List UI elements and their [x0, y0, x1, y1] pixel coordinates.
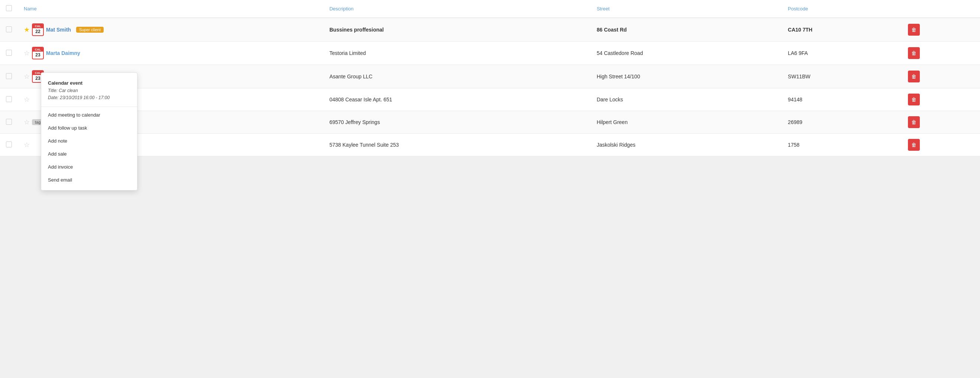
popup-event-date-detail: Date: 23/10/2019 16:00 - 17:00 [48, 94, 130, 102]
postcode-cell: CA10 7TH [782, 18, 902, 41]
table-header-row: Name Description Street Postcode [0, 0, 980, 18]
popup-title-value: Car clean [59, 88, 78, 93]
postcode-text: 94148 [788, 97, 802, 102]
contacts-table-container: Name Description Street Postcode ★ CAL 2… [0, 0, 980, 156]
table-row: ☆tag2tag369570 Jeffrey SpringsHilpert Gr… [0, 111, 980, 134]
actions-cell: 🗑 [902, 65, 980, 88]
postcode-text: CA10 7TH [788, 27, 813, 33]
actions-cell: 🗑 [902, 18, 980, 41]
street-text: High Street 14/100 [597, 73, 640, 79]
row-checkbox[interactable] [6, 141, 12, 148]
table-row: ☆04808 Ceasar Isle Apt. 651Dare Locks941… [0, 88, 980, 111]
row-checkbox[interactable] [6, 96, 12, 102]
description-cell: Testoria Limited [324, 41, 591, 65]
star-icon[interactable]: ☆ [24, 49, 30, 57]
postcode-cell: 94148 [782, 88, 902, 111]
postcode-cell: 26989 [782, 111, 902, 134]
contacts-table: Name Description Street Postcode ★ CAL 2… [0, 0, 980, 156]
calendar-event-popup: Calendar event Title: Car clean Date: 23… [41, 72, 137, 156]
star-icon[interactable]: ☆ [24, 95, 30, 103]
street-cell: 54 Castledore Road [591, 41, 782, 65]
actions-cell: 🗑 [902, 134, 980, 156]
postcode-text: 1758 [788, 142, 799, 148]
popup-menu-item[interactable]: Add follow up task [41, 121, 137, 134]
popup-event-title-detail: Title: Car clean [48, 87, 130, 94]
delete-button[interactable]: 🗑 [908, 139, 920, 151]
row-checkbox[interactable] [6, 119, 12, 125]
calendar-icon[interactable]: CAL 23 [32, 47, 44, 59]
star-icon[interactable]: ☆ [24, 72, 30, 81]
description-text: 04808 Ceasar Isle Apt. 651 [329, 97, 392, 102]
postcode-cell: LA6 9FA [782, 41, 902, 65]
description-cell: 04808 Ceasar Isle Apt. 651 [324, 88, 591, 111]
popup-event-section: Calendar event Title: Car clean Date: 23… [41, 76, 137, 107]
description-cell: 5738 Kaylee Tunnel Suite 253 [324, 134, 591, 156]
postcode-text: LA6 9FA [788, 50, 808, 56]
table-row: ☆ CAL 23 Martin KowalskyVIPAsante Group … [0, 65, 980, 88]
postcode-text: SW11BW [788, 73, 811, 79]
popup-menu-item[interactable]: Add note [41, 134, 137, 148]
table-row: ☆ CAL 23 Marta DaimnyTestoria Limited54 … [0, 41, 980, 65]
table-row: ★ CAL 22 Mat SmithSuper clientBussines p… [0, 18, 980, 41]
popup-menu-item[interactable]: Add sale [41, 148, 137, 156]
header-street: Street [591, 0, 782, 18]
street-text: Dare Locks [597, 97, 623, 102]
popup-menu: Add meeting to calendarAdd follow up tas… [41, 108, 137, 156]
street-cell: Hilpert Green [591, 111, 782, 134]
popup-date-label: Date: [48, 95, 59, 100]
table-row: ☆5738 Kaylee Tunnel Suite 253Jaskolski R… [0, 134, 980, 156]
star-icon[interactable]: ☆ [24, 141, 30, 149]
street-text: 86 Coast Rd [597, 27, 627, 33]
description-text: Bussines proffesional [329, 27, 384, 33]
header-actions [902, 0, 980, 18]
star-icon[interactable]: ☆ [24, 118, 30, 126]
row-checkbox[interactable] [6, 26, 12, 32]
popup-date-value: 23/10/2019 16:00 - 17:00 [60, 95, 110, 100]
select-all-checkbox[interactable] [6, 5, 12, 11]
description-text: 69570 Jeffrey Springs [329, 119, 380, 125]
description-cell: Asante Group LLC [324, 65, 591, 88]
delete-button[interactable]: 🗑 [908, 71, 920, 83]
description-text: 5738 Kaylee Tunnel Suite 253 [329, 142, 399, 148]
calendar-icon[interactable]: CAL 22 [32, 24, 44, 36]
name-cell: ☆ CAL 23 Marta Daimny [18, 41, 324, 65]
postcode-text: 26989 [788, 119, 802, 125]
delete-button[interactable]: 🗑 [908, 24, 920, 36]
street-text: Jaskolski Ridges [597, 142, 635, 148]
client-name-link[interactable]: Mat Smith [46, 27, 71, 33]
street-text: Hilpert Green [597, 119, 627, 125]
delete-button[interactable]: 🗑 [908, 94, 920, 105]
row-checkbox[interactable] [6, 50, 12, 56]
row-checkbox[interactable] [6, 73, 12, 79]
street-cell: Jaskolski Ridges [591, 134, 782, 156]
delete-button[interactable]: 🗑 [908, 116, 920, 128]
actions-cell: 🗑 [902, 111, 980, 134]
postcode-cell: 1758 [782, 134, 902, 156]
popup-title-label: Title: [48, 88, 57, 93]
popup-menu-item[interactable]: Add meeting to calendar [41, 108, 137, 121]
description-cell: Bussines proffesional [324, 18, 591, 41]
name-cell: ★ CAL 22 Mat SmithSuper client [18, 18, 324, 41]
postcode-cell: SW11BW [782, 65, 902, 88]
header-postcode: Postcode [782, 0, 902, 18]
delete-button[interactable]: 🗑 [908, 47, 920, 59]
description-text: Testoria Limited [329, 50, 366, 56]
popup-event-title: Calendar event [48, 80, 130, 86]
star-icon[interactable]: ★ [24, 25, 30, 34]
street-cell: High Street 14/100 [591, 65, 782, 88]
header-checkbox-col [0, 0, 18, 18]
client-badge: Super client [76, 27, 103, 33]
street-cell: 86 Coast Rd [591, 18, 782, 41]
description-cell: 69570 Jeffrey Springs [324, 111, 591, 134]
street-text: 54 Castledore Road [597, 50, 643, 56]
client-name-link[interactable]: Marta Daimny [46, 50, 80, 56]
header-description: Description [324, 0, 591, 18]
actions-cell: 🗑 [902, 88, 980, 111]
street-cell: Dare Locks [591, 88, 782, 111]
header-name: Name [18, 0, 324, 18]
actions-cell: 🗑 [902, 41, 980, 65]
description-text: Asante Group LLC [329, 73, 372, 79]
